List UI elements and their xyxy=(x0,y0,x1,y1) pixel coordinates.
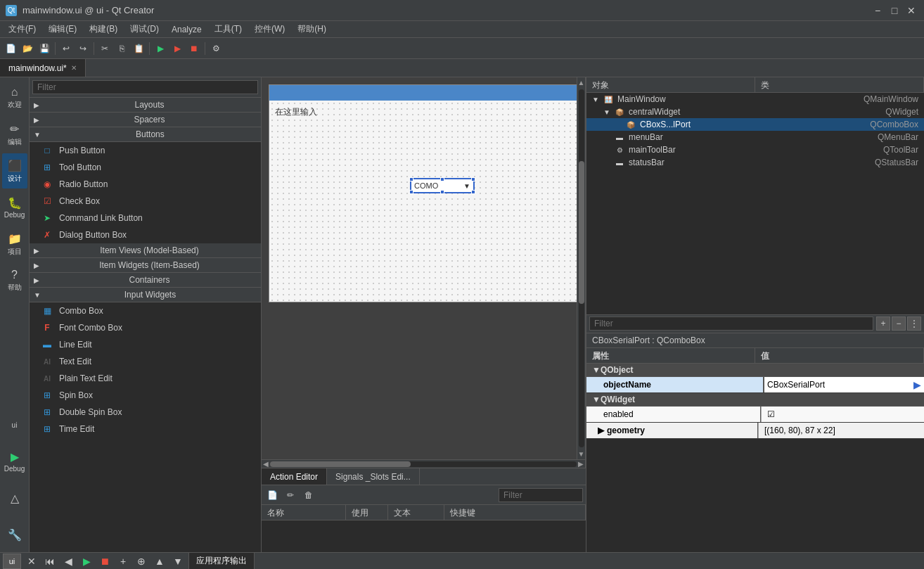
menu-edit[interactable]: 编辑(E) xyxy=(43,22,82,37)
toolbar-undo[interactable]: ↩ xyxy=(58,41,74,56)
widget-time-edit[interactable]: ⊞ Time Edit xyxy=(30,421,261,437)
output-ctrl-run[interactable]: ▶ xyxy=(79,554,94,569)
sidebar-projects[interactable]: 📁 项目 xyxy=(2,226,27,262)
output-ctrl-first[interactable]: ⏮ xyxy=(42,554,58,569)
tree-centralwidget[interactable]: ▼ 📦 centralWidget QWidget xyxy=(586,106,924,118)
toolbar-run[interactable]: ▶ xyxy=(153,41,168,56)
sidebar-bottom-build[interactable]: △ xyxy=(2,480,27,516)
sidebar-design[interactable]: ⬛ 设计 xyxy=(2,153,27,188)
toolbar-open[interactable]: 📂 xyxy=(20,41,35,56)
group-containers[interactable]: ▶ Containers xyxy=(30,273,261,288)
geometry-expand-arrow[interactable]: ▶ xyxy=(598,426,604,435)
close-button[interactable]: ✕ xyxy=(904,4,918,18)
sidebar-bottom-debug[interactable]: ▶ Debug xyxy=(2,444,27,479)
action-delete-btn[interactable]: 🗑 xyxy=(301,487,316,503)
canvas-container[interactable]: 在这里输入 COMO ▼ xyxy=(262,77,585,459)
tree-statusbar[interactable]: ▬ statusBar QStatusBar xyxy=(586,156,924,169)
widget-plain-text-edit[interactable]: AI Plain Text Edit xyxy=(30,370,261,387)
output-ctrl-ui[interactable]: ui xyxy=(3,554,21,569)
action-edit-btn[interactable]: ✏ xyxy=(283,487,298,503)
prop-group-qwidget[interactable]: ▼ QWidget xyxy=(586,393,924,407)
tab-signals-slots[interactable]: Signals _Slots Edi... xyxy=(327,468,420,485)
objectname-input[interactable] xyxy=(767,380,913,390)
form-body[interactable]: 在这里输入 COMO ▼ xyxy=(269,101,577,302)
widget-radio-button[interactable]: ◉ Radio Button xyxy=(30,176,261,193)
tab-mainwindow-ui[interactable]: mainwindow.ui* ✕ xyxy=(0,59,86,77)
toolbar-save[interactable]: 💾 xyxy=(37,41,52,56)
toolbar-copy[interactable]: ⎘ xyxy=(114,41,129,56)
group-spacers[interactable]: ▶ Spacers xyxy=(30,113,261,127)
sidebar-bottom-ui[interactable]: ui xyxy=(2,407,27,442)
mainwindow-expand[interactable]: ▼ xyxy=(592,96,602,103)
menu-widgets[interactable]: 控件(W) xyxy=(249,22,290,37)
horizontal-scrollbar[interactable]: ◀ ▶ xyxy=(262,459,585,468)
output-ctrl-down[interactable]: ▼ xyxy=(170,554,186,569)
widget-dialog-button-box[interactable]: ✗ Dialog Button Box xyxy=(30,226,261,243)
design-canvas[interactable]: 在这里输入 COMO ▼ xyxy=(262,77,585,459)
widget-spin-box[interactable]: ⊞ Spin Box xyxy=(30,387,261,404)
minimize-button[interactable]: − xyxy=(871,4,885,18)
tree-cboxserialport[interactable]: 📦 CBoxS...lPort QComboBox xyxy=(586,118,924,131)
menu-build[interactable]: 构建(B) xyxy=(84,22,123,37)
menu-debug[interactable]: 调试(D) xyxy=(124,22,165,37)
filter-add-btn[interactable]: + xyxy=(876,317,890,331)
widget-tool-button[interactable]: ⊞ Tool Button xyxy=(30,159,261,176)
menu-analyze[interactable]: Analyze xyxy=(166,23,207,36)
toolbar-new[interactable]: 📄 xyxy=(3,41,18,56)
prop-value-objectname[interactable]: ▶ xyxy=(764,377,924,392)
filter-more-btn[interactable]: ⋮ xyxy=(907,317,921,331)
widget-command-link[interactable]: ➤ Command Link Button xyxy=(30,210,261,226)
group-item-views[interactable]: ▶ Item Views (Model-Based) xyxy=(30,243,261,258)
toolbar-stop[interactable]: ⏹ xyxy=(186,41,202,56)
tree-mainwindow[interactable]: ▼ 🪟 MainWindow QMainWindow xyxy=(586,93,924,106)
output-ctrl-stop[interactable]: ⏹ xyxy=(97,554,113,569)
output-ctrl-add[interactable]: + xyxy=(115,554,131,569)
toolbar-cut[interactable]: ✂ xyxy=(97,41,113,56)
output-ctrl-up[interactable]: ▲ xyxy=(152,554,167,569)
widget-double-spin-box[interactable]: ⊞ Double Spin Box xyxy=(30,404,261,421)
prop-value-enabled[interactable]: ☑ xyxy=(761,407,924,422)
widget-font-combo-box[interactable]: F Font Combo Box xyxy=(30,319,261,336)
tab-close-button[interactable]: ✕ xyxy=(71,64,77,72)
widget-check-box[interactable]: ☑ Check Box xyxy=(30,193,261,210)
menu-file[interactable]: 文件(F) xyxy=(3,22,41,37)
sidebar-debug[interactable]: 🐛 Debug xyxy=(2,190,27,225)
widget-push-button[interactable]: □ Push Button xyxy=(30,142,261,159)
maximize-button[interactable]: □ xyxy=(887,4,901,18)
action-new-btn[interactable]: 📄 xyxy=(264,487,280,503)
prop-value-geometry[interactable]: [(160, 80), 87 x 22] xyxy=(758,423,924,438)
group-item-widgets[interactable]: ▶ Item Widgets (Item-Based) xyxy=(30,258,261,273)
menu-help[interactable]: 帮助(H) xyxy=(292,22,332,37)
toolbar-redo[interactable]: ↪ xyxy=(75,41,91,56)
widget-line-edit[interactable]: ▬ Line Edit xyxy=(30,336,261,353)
form-window[interactable]: 在这里输入 COMO ▼ xyxy=(269,84,578,302)
vertical-scrollbar[interactable]: ▲ ▼ xyxy=(577,77,585,459)
sidebar-edit[interactable]: ✏ 编辑 xyxy=(2,117,27,152)
toolbar-paste[interactable]: 📋 xyxy=(131,41,146,56)
tab-app-output[interactable]: 应用程序输出 xyxy=(189,553,255,569)
tree-menubar[interactable]: ▬ menuBar QMenuBar xyxy=(586,131,924,143)
output-ctrl-close[interactable]: ✕ xyxy=(24,554,39,569)
widget-text-edit[interactable]: AI Text Edit xyxy=(30,353,261,370)
widget-filter-input[interactable] xyxy=(32,80,258,94)
sidebar-bottom-wrench[interactable]: 🔧 xyxy=(2,517,27,552)
sidebar-welcome[interactable]: ⌂ 欢迎 xyxy=(2,80,27,115)
combo-box-control[interactable]: COMO ▼ xyxy=(410,178,475,193)
objectname-indicator[interactable]: ▶ xyxy=(913,379,921,390)
tab-action-editor[interactable]: Action Editor xyxy=(262,468,327,485)
group-buttons[interactable]: ▼ Buttons xyxy=(30,127,261,142)
group-input-widgets[interactable]: ▼ Input Widgets xyxy=(30,288,261,302)
toolbar-settings[interactable]: ⚙ xyxy=(208,41,224,56)
output-ctrl-zoom[interactable]: ⊕ xyxy=(134,554,149,569)
prop-group-qobject[interactable]: ▼ QObject xyxy=(586,364,924,377)
group-layouts[interactable]: ▶ Layouts xyxy=(30,98,261,113)
toolbar-debug-run[interactable]: ▶ xyxy=(169,41,185,56)
widget-combo-box[interactable]: ▦ Combo Box xyxy=(30,302,261,319)
centralwidget-expand[interactable]: ▼ xyxy=(603,108,613,116)
tree-toolbar[interactable]: ⚙ mainToolBar QToolBar xyxy=(586,143,924,156)
sidebar-help[interactable]: ? 帮助 xyxy=(2,263,27,298)
property-filter-input[interactable] xyxy=(589,317,873,331)
filter-remove-btn[interactable]: − xyxy=(892,317,906,331)
menu-tools[interactable]: 工具(T) xyxy=(209,22,248,37)
action-filter-input[interactable] xyxy=(499,488,583,502)
